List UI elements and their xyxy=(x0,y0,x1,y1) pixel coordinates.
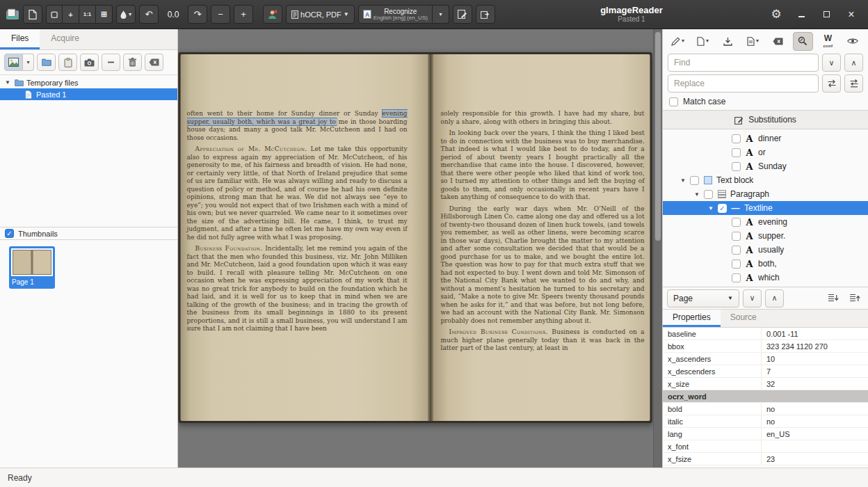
property-row[interactable]: bold no xyxy=(663,403,868,415)
export-hocr-dropdown[interactable]: ▾ xyxy=(743,32,763,51)
single-page-button[interactable]: ▢ xyxy=(46,5,63,24)
expander-icon[interactable]: ▼ xyxy=(693,191,700,198)
manage-languages-button[interactable] xyxy=(263,5,282,24)
property-row[interactable]: x_fsize 23 xyxy=(663,453,868,465)
scrollbar-thumb[interactable] xyxy=(655,32,661,241)
zoom-out-button[interactable]: − xyxy=(211,5,230,24)
paste-button[interactable] xyxy=(58,54,77,71)
find-previous-button[interactable]: ∧ xyxy=(844,54,863,72)
hocr-tree-item[interactable]: ▼ ✓ A — both, xyxy=(663,257,868,271)
hocr-tree-item[interactable]: ▼ ✓ A — Paragraph xyxy=(663,187,868,201)
property-row[interactable]: ocrx_word xyxy=(663,390,868,403)
open-image-button[interactable] xyxy=(23,5,42,24)
hocr-tree-item[interactable]: ▼ ✓ A — usually xyxy=(663,243,868,257)
property-value[interactable]: no xyxy=(762,415,868,427)
remove-page-button[interactable] xyxy=(102,54,120,71)
settings-button[interactable]: ⚙ xyxy=(768,6,785,23)
property-row[interactable]: bbox 323 234 1120 270 xyxy=(663,340,868,353)
replace-button[interactable] xyxy=(822,74,841,93)
close-button[interactable]: × xyxy=(843,6,860,23)
expander-icon[interactable]: ▼ xyxy=(680,177,686,184)
expander-icon[interactable]: ▼ xyxy=(707,205,714,211)
delete-button[interactable] xyxy=(123,54,142,71)
add-images-button[interactable] xyxy=(4,54,23,71)
minimize-button[interactable] xyxy=(793,6,810,23)
property-value[interactable] xyxy=(762,440,868,452)
property-row[interactable]: x_size 32 xyxy=(663,378,868,390)
substitutions-button[interactable]: Substitutions xyxy=(663,110,868,129)
vertical-scrollbar[interactable] xyxy=(653,29,662,468)
item-checkbox[interactable]: ✓ xyxy=(718,204,727,213)
ocr-mode-combo[interactable]: hOCR, PDF ▼ xyxy=(286,5,355,24)
hocr-tree-item[interactable]: ▼ ✓ A — Sunday xyxy=(663,159,868,173)
property-row[interactable]: baseline 0.001 -11 xyxy=(663,328,868,340)
find-next-button[interactable]: ∨ xyxy=(822,54,841,72)
page-thumbnail[interactable]: Page 1 xyxy=(9,246,55,289)
hocr-tree-item[interactable]: ▼ ✓ A — evening xyxy=(663,215,868,229)
item-checkbox[interactable]: ✓ xyxy=(732,134,741,143)
rotation-angle-value[interactable]: 0.0 xyxy=(162,10,184,19)
next-item-button[interactable]: ∨ xyxy=(743,289,762,308)
maximize-button[interactable] xyxy=(818,6,835,23)
import-hocr-button[interactable] xyxy=(718,32,738,51)
find-replace-toggle[interactable] xyxy=(793,32,813,51)
screenshot-button[interactable] xyxy=(80,54,99,71)
property-value[interactable]: 10 xyxy=(762,353,868,365)
hocr-tree-item[interactable]: ▼ ✓ A — or xyxy=(663,145,868,159)
item-checkbox[interactable]: ✓ xyxy=(704,190,713,199)
preview-toggle[interactable] xyxy=(843,32,863,51)
collapse-all-button[interactable] xyxy=(846,289,864,308)
files-panel-tab[interactable]: Files xyxy=(0,29,40,49)
hocr-tree-item[interactable]: ▼ ✓ A — which xyxy=(663,271,868,285)
property-value[interactable]: no xyxy=(762,403,868,415)
clear-files-button[interactable] xyxy=(145,54,163,71)
page-menu-dropdown[interactable]: ▾ xyxy=(693,32,713,51)
item-checkbox[interactable]: ✓ xyxy=(690,176,699,185)
item-checkbox[interactable]: ✓ xyxy=(732,162,741,171)
file-tree-item[interactable]: ▼ Pasted 1 xyxy=(0,88,177,100)
best-fit-button[interactable]: ⊞ xyxy=(96,5,113,24)
property-row[interactable]: x_ascenders 10 xyxy=(663,353,868,365)
item-checkbox[interactable]: ✓ xyxy=(732,273,741,282)
property-row[interactable]: x_font xyxy=(663,440,868,453)
editor-tab[interactable]: Properties xyxy=(663,310,721,327)
hocr-tree-item[interactable]: ▼ ✓ A — dinner xyxy=(663,131,868,145)
recognize-button[interactable]: A Recognize English [eng] (en_US) xyxy=(358,5,433,24)
zoom-in-button[interactable]: + xyxy=(234,5,253,24)
page-filter-combo[interactable]: Page ▼ xyxy=(667,289,739,308)
image-viewer[interactable]: often went to their home for Sunday dinn… xyxy=(178,29,662,468)
expand-all-button[interactable] xyxy=(824,289,842,308)
property-value[interactable]: en_US xyxy=(762,428,868,440)
replace-all-button[interactable] xyxy=(844,74,863,93)
hocr-tree-item[interactable]: ▼ ✓ A — supper. xyxy=(663,229,868,243)
open-folder-button[interactable] xyxy=(37,54,56,71)
property-value[interactable]: 7 xyxy=(762,365,868,377)
find-input[interactable] xyxy=(668,54,819,72)
property-value[interactable]: 323 234 1120 270 xyxy=(762,340,868,352)
add-images-dropdown[interactable]: ▾ xyxy=(23,54,34,71)
item-checkbox[interactable]: ✓ xyxy=(732,232,741,241)
file-tree-item[interactable]: ▼ Temporary files xyxy=(0,77,177,88)
files-panel-tab[interactable]: Acquire xyxy=(40,29,90,49)
facing-pages-button[interactable]: + xyxy=(63,5,79,24)
edit-output-button[interactable] xyxy=(453,5,472,24)
confidence-toggle[interactable]: W conf xyxy=(818,32,838,51)
clear-hocr-button[interactable] xyxy=(768,32,788,51)
previous-item-button[interactable]: ∧ xyxy=(765,289,784,308)
item-checkbox[interactable]: ✓ xyxy=(732,246,741,255)
property-value[interactable]: 23 xyxy=(762,453,868,465)
rotate-right-button[interactable]: ↷ xyxy=(188,5,207,24)
editor-tab[interactable]: Source xyxy=(721,310,766,327)
rotate-left-button[interactable]: ↶ xyxy=(139,5,159,24)
item-checkbox[interactable]: ✓ xyxy=(732,218,741,227)
expander-icon[interactable]: ▼ xyxy=(4,79,11,86)
hocr-tree-item[interactable]: ▼ ✓ A — Text block xyxy=(663,173,868,187)
recognize-options-dropdown[interactable]: ▾ xyxy=(433,5,449,24)
property-row[interactable]: italic no xyxy=(663,415,868,428)
insert-mode-dropdown[interactable]: ▾ xyxy=(668,32,688,51)
property-value[interactable] xyxy=(762,390,868,402)
property-row[interactable]: x_descenders 7 xyxy=(663,365,868,378)
image-controls-dropdown[interactable]: ▾ xyxy=(116,5,136,24)
thumbnails-checkbox[interactable]: ✓ xyxy=(5,229,14,238)
item-checkbox[interactable]: ✓ xyxy=(732,148,741,157)
